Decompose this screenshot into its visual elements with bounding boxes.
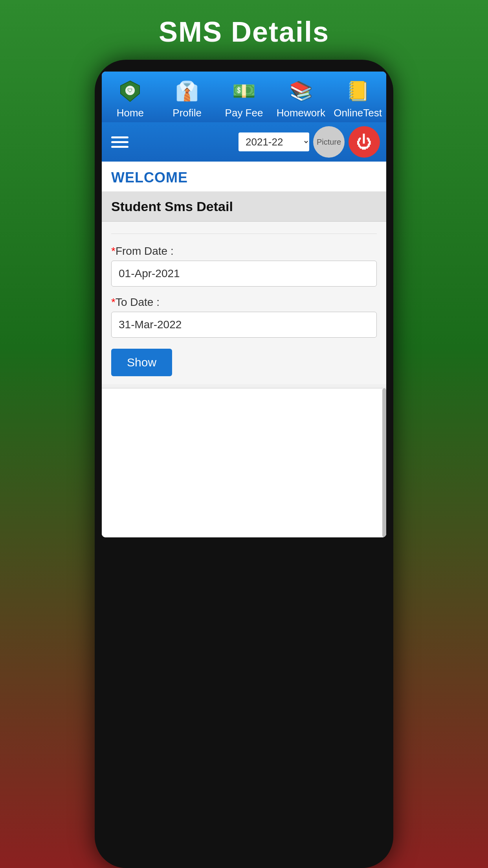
phone-screen: 🛡 Home 👔 Profile 💵 Pay Fee 📚 Homework 📒 … [102,72,386,537]
content-area: WELCOME Student Sms Detail *From Date : … [102,162,386,537]
top-nav: 🛡 Home 👔 Profile 💵 Pay Fee 📚 Homework 📒 … [102,72,386,122]
power-icon: ⏻ [356,133,372,151]
scrollbar[interactable] [382,388,386,537]
profile-icon: 👔 [173,77,201,105]
nav-item-onlinetest[interactable]: 📒 OnlineTest [329,77,386,119]
result-area [102,388,386,537]
hamburger-line-2 [111,141,128,143]
nav-label-payfee: Pay Fee [225,107,263,119]
nav-label-homework: Homework [277,107,325,119]
to-date-input[interactable] [111,312,377,338]
toolbar: 2019-20 2020-21 2021-22 2022-23 Picture … [102,122,386,162]
power-button[interactable]: ⏻ [349,126,380,158]
onlinetest-icon: 📒 [344,77,372,105]
show-button[interactable]: Show [111,349,172,376]
picture-button[interactable]: Picture [313,126,345,158]
nav-label-profile: Profile [172,107,202,119]
payfee-icon: 💵 [230,77,258,105]
welcome-text: WELCOME [111,169,188,186]
to-date-label: *To Date : [111,296,377,309]
hamburger-line-3 [111,146,128,148]
page-title: SMS Details [159,0,329,60]
nav-item-payfee[interactable]: 💵 Pay Fee [216,77,273,119]
homework-icon: 📚 [287,77,315,105]
nav-item-profile[interactable]: 👔 Profile [159,77,216,119]
welcome-bar: WELCOME [102,162,386,192]
from-date-label: *From Date : [111,245,377,257]
hamburger-line-1 [111,136,128,138]
hamburger-menu[interactable] [108,133,132,151]
nav-label-onlinetest: OnlineTest [334,107,382,119]
year-select[interactable]: 2019-20 2020-21 2021-22 2022-23 [238,132,309,151]
picture-label: Picture [317,138,341,147]
nav-item-home[interactable]: 🛡 Home [102,77,159,119]
home-icon: 🛡 [116,77,144,105]
phone-outer: 🛡 Home 👔 Profile 💵 Pay Fee 📚 Homework 📒 … [95,60,393,868]
form-area: *From Date : *To Date : Show [102,222,386,384]
section-header: Student Sms Detail [102,192,386,222]
from-date-input[interactable] [111,261,377,287]
svg-text:🛡: 🛡 [127,87,133,94]
section-title: Student Sms Detail [111,199,233,214]
nav-item-homework[interactable]: 📚 Homework [272,77,329,119]
nav-label-home: Home [117,107,144,119]
